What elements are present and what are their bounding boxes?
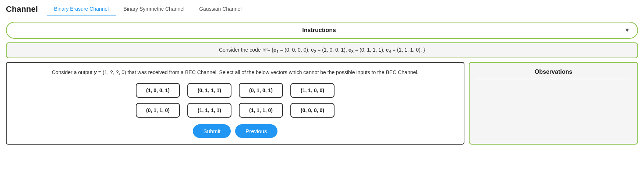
chevron-down-icon: ▼ <box>624 27 630 34</box>
header-row: Channel Binary Erasure Channel Binary Sy… <box>6 3 638 18</box>
answers-row-2: (0, 1, 1, 0) (1, 1, 1, 1) (1, 1, 1, 0) (… <box>136 103 335 118</box>
answers-row-1: (1, 0, 0, 1) (0, 1, 1, 1) (0, 1, 0, 1) (… <box>136 83 335 98</box>
observations-title: Observations <box>475 69 631 79</box>
answer-btn-5[interactable]: (0, 1, 1, 0) <box>136 103 180 118</box>
observations-box: Observations <box>469 62 638 145</box>
previous-button[interactable]: Previous <box>235 124 277 138</box>
answer-btn-2[interactable]: (0, 1, 1, 1) <box>187 83 231 98</box>
answer-btn-3[interactable]: (0, 1, 0, 1) <box>239 83 283 98</box>
code-bar: Consider the code 𝒞 = {c1 = (0, 0, 0, 0)… <box>6 42 638 58</box>
answers-grid: (1, 0, 0, 1) (0, 1, 1, 1) (0, 1, 0, 1) (… <box>13 83 458 118</box>
page-title: Channel <box>6 4 38 14</box>
answer-btn-1[interactable]: (1, 0, 0, 1) <box>136 83 180 98</box>
action-row: Submit Previous <box>13 124 458 138</box>
tab-binary-erasure[interactable]: Binary Erasure Channel <box>47 3 116 15</box>
submit-button[interactable]: Submit <box>193 124 231 138</box>
answer-btn-4[interactable]: (1, 1, 0, 0) <box>290 83 335 98</box>
page-wrapper: Channel Binary Erasure Channel Binary Sy… <box>0 0 644 187</box>
question-box: Consider a output y = (1, ?, ?, 0) that … <box>6 62 464 145</box>
code-text: Consider the code 𝒞 = {c1 = (0, 0, 0, 0)… <box>219 47 425 53</box>
instructions-label: Instructions <box>14 27 624 34</box>
instructions-bar[interactable]: Instructions ▼ <box>6 22 638 39</box>
tab-bar: Binary Erasure Channel Binary Symmetric … <box>47 3 249 15</box>
tab-gaussian[interactable]: Gaussian Channel <box>192 3 249 15</box>
answer-btn-7[interactable]: (1, 1, 1, 0) <box>239 103 283 118</box>
tab-binary-symmetric[interactable]: Binary Symmetric Channel <box>116 3 192 15</box>
main-row: Consider a output y = (1, ?, ?, 0) that … <box>6 62 638 145</box>
question-text: Consider a output y = (1, ?, ?, 0) that … <box>13 69 458 76</box>
answer-btn-6[interactable]: (1, 1, 1, 1) <box>187 103 231 118</box>
answer-btn-8[interactable]: (0, 0, 0, 0) <box>290 103 335 118</box>
